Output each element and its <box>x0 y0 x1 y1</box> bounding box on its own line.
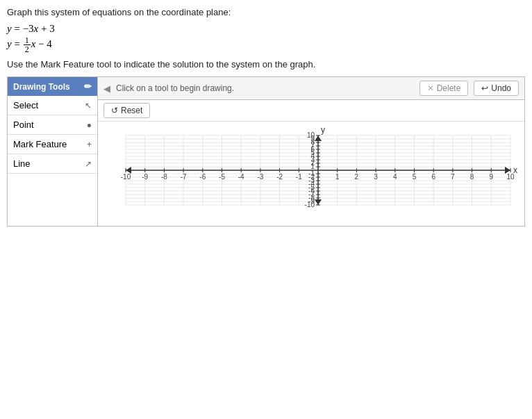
toolbar: Drawing Tools ✏ Select ↖ Point ● Mark Fe… <box>8 77 98 226</box>
graph-area <box>98 122 524 226</box>
mark-feature-icon: + <box>87 140 92 149</box>
select-label: Select <box>13 100 38 110</box>
top-bar: ◀ Click on a tool to begin drawing. ✕ De… <box>98 77 524 100</box>
undo-button[interactable]: ↩ Undo <box>474 81 519 96</box>
equation-2: y = 12x − 4 <box>7 36 525 54</box>
toolbar-item-line[interactable]: Line ↗ <box>8 154 97 174</box>
delete-label: Delete <box>437 83 461 93</box>
use-tool-text: Use the Mark Feature tool to indicate th… <box>7 59 525 69</box>
point-label: Point <box>13 120 34 130</box>
toolbar-item-point[interactable]: Point ● <box>8 115 97 135</box>
hint-arrow-icon: ◀ <box>103 83 110 94</box>
delete-x-icon: ✕ <box>427 83 434 93</box>
toolbar-header: Drawing Tools ✏ <box>8 77 97 96</box>
reset-label: Reset <box>121 106 142 115</box>
reset-bar: ↺ Reset <box>98 100 524 122</box>
right-panel: ◀ Click on a tool to begin drawing. ✕ De… <box>98 77 524 226</box>
undo-label: Undo <box>491 83 511 93</box>
line-label: Line <box>13 158 31 169</box>
toolbar-item-select[interactable]: Select ↖ <box>8 96 97 115</box>
toolbar-header-title: Drawing Tools <box>13 82 70 92</box>
line-icon: ↗ <box>85 159 92 169</box>
mark-feature-label: Mark Feature <box>13 139 67 149</box>
undo-icon: ↩ <box>481 83 488 93</box>
graph-canvas <box>98 122 524 226</box>
toolbar-item-mark-feature[interactable]: Mark Feature + <box>8 135 97 154</box>
instructions-text: Graph this system of equations on the co… <box>7 7 525 17</box>
pencil-icon: ✏ <box>84 81 92 92</box>
equation-1: y = −3x + 3 <box>7 23 525 35</box>
select-icon: ↖ <box>85 101 92 110</box>
point-icon: ● <box>87 120 92 130</box>
delete-button[interactable]: ✕ Delete <box>419 81 469 96</box>
main-container: Drawing Tools ✏ Select ↖ Point ● Mark Fe… <box>7 76 525 227</box>
reset-icon: ↺ <box>111 106 118 115</box>
hint-text: Click on a tool to begin drawing. <box>116 83 414 93</box>
reset-button[interactable]: ↺ Reset <box>103 103 150 118</box>
